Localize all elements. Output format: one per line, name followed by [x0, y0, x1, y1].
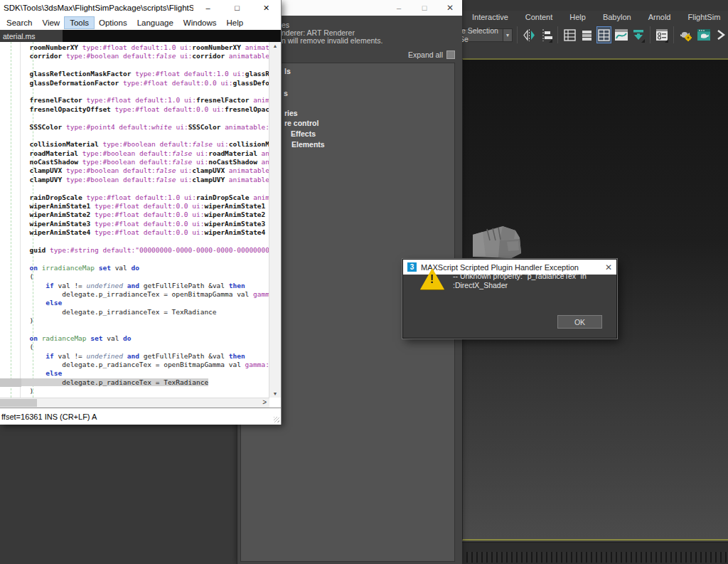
expand-all-checkbox[interactable]	[446, 50, 455, 59]
minimize-icon[interactable]: –	[193, 0, 223, 16]
scroll-up-icon[interactable]: ▲	[269, 43, 281, 48]
code-line[interactable]	[21, 255, 269, 263]
minimize-icon[interactable]: –	[394, 4, 404, 12]
code-line[interactable]: (	[21, 343, 269, 351]
maximize-icon[interactable]: □	[419, 4, 429, 12]
render-setup-teapot-icon[interactable]	[678, 26, 694, 43]
code-line[interactable]: on irradianceMap set val do	[21, 264, 269, 272]
editor-titlebar[interactable]: SDK\Tools\3dsMax\FlightSimPackage\script…	[0, 0, 281, 16]
selection-set-dropdown[interactable]: te Selection Se ▾	[456, 28, 513, 42]
code-line[interactable]: delegate.p_irradianceTex = TexRadiance	[21, 308, 269, 316]
code-line[interactable]: clampUVY type:#boolean default:false ui:…	[21, 176, 269, 184]
vertical-scrollbar[interactable]: ▲ ▼	[269, 42, 281, 398]
code-line[interactable]: delegate.p_irradianceTex = openBitmapGam…	[21, 290, 269, 299]
code-line[interactable]: if val != undefined and getFullFilePath …	[21, 282, 269, 290]
close-icon[interactable]: ✕	[252, 0, 281, 16]
align-icon[interactable]	[539, 26, 553, 43]
code-line[interactable]: rainDropScale type:#float default:1.0 ui…	[21, 193, 269, 202]
code-line[interactable]	[21, 184, 269, 193]
code-line[interactable]: roadMaterial type:#boolean default:false…	[21, 149, 269, 158]
code-line[interactable]	[21, 238, 269, 246]
scroll-down-icon[interactable]: ▼	[269, 391, 281, 396]
conversion-section-label[interactable]: ls	[284, 67, 291, 75]
code-line[interactable]: guid type:#string default:"00000000-0000…	[21, 246, 269, 255]
curve-editor-icon[interactable]	[614, 26, 628, 43]
rendered-frame-icon[interactable]	[697, 26, 711, 43]
code-line[interactable]: (	[21, 272, 269, 281]
max-title-strip	[448, 0, 728, 11]
max-menu-item-flightsim[interactable]: FlightSim	[687, 13, 720, 21]
layer-manager-icon[interactable]	[562, 26, 577, 43]
max-menubar: InteractiveContentHelpBabylonArnoldFligh…	[464, 11, 728, 23]
code-line[interactable]: fresnelOpacityOffset type:#float default…	[21, 105, 269, 114]
converter-header-line: n will remove invalid elements.	[282, 37, 382, 45]
code-line[interactable]: on radianceMap set val do	[21, 334, 269, 343]
code-line[interactable]	[21, 114, 269, 122]
mirror-icon[interactable]	[522, 26, 536, 43]
menu-item-search[interactable]: Search	[1, 17, 37, 28]
chevron-down-icon[interactable]: ▾	[503, 29, 512, 41]
close-icon[interactable]: ✕	[445, 3, 455, 13]
code-line[interactable]	[21, 87, 269, 96]
toolbar-separator	[517, 26, 518, 43]
tab-flightsimmaterial[interactable]: aterial.ms	[0, 30, 63, 42]
horizontal-scrollbar[interactable]: >	[0, 398, 269, 408]
flyout-arrow-icon[interactable]	[714, 26, 728, 43]
scrollbar-thumb[interactable]	[0, 399, 37, 407]
code-line[interactable]: glassDeformationFactor type:#float defau…	[21, 79, 269, 87]
exception-dialog: 3 MAXScript Scripted Plugin Handler Exce…	[402, 259, 617, 339]
code-line[interactable]: )	[21, 316, 269, 325]
menu-item-language[interactable]: Language	[132, 17, 178, 28]
code-line[interactable]: collisionMaterial type:#boolean default:…	[21, 140, 269, 149]
conversion-section-label[interactable]: ries	[284, 109, 298, 117]
code-line[interactable]: roomNumberXY type:#float default:1.0 ui:…	[21, 43, 269, 52]
code-line[interactable]: clampUVX type:#boolean default:false ui:…	[21, 166, 269, 175]
render-setup-icon[interactable]	[655, 26, 669, 43]
code-line[interactable]: noCastShadow type:#boolean default:false…	[21, 158, 269, 166]
code-line[interactable]	[21, 326, 269, 334]
ribbon-toggle-icon[interactable]	[596, 26, 611, 43]
code-line[interactable]	[21, 132, 269, 140]
3dsmax-logo-icon: 3	[407, 262, 417, 272]
code-line[interactable]: wiperAnimState1 type:#float default:0.0 …	[21, 202, 269, 211]
code-line[interactable]: delegate.p_radianceTex = TexRadiance	[21, 378, 269, 387]
scroll-right-icon[interactable]: >	[262, 398, 267, 406]
close-icon[interactable]: ✕	[605, 262, 612, 272]
menu-item-view[interactable]: View	[37, 17, 65, 28]
maximize-icon[interactable]: □	[223, 0, 252, 16]
menu-item-options[interactable]: Options	[94, 17, 132, 28]
code-line[interactable]: else	[21, 369, 269, 378]
max-menu-item-arnold[interactable]: Arnold	[648, 13, 671, 21]
code-line[interactable]: fresnelFactor type:#float default:1.0 ui…	[21, 96, 269, 105]
conversion-section-label[interactable]: Effects	[291, 129, 316, 138]
timeline-trackbar[interactable]	[462, 542, 728, 564]
code-line[interactable]: SSSColor type:#point4 default:white ui:S…	[21, 123, 269, 132]
max-menu-item-babylon[interactable]: Babylon	[603, 13, 631, 21]
menu-item-windows[interactable]: Windows	[178, 17, 222, 28]
resize-grip[interactable]	[274, 417, 279, 422]
max-menu-item-help[interactable]: Help	[569, 13, 586, 21]
code-line[interactable]: if val != undefined and getFullFilePath …	[21, 352, 269, 361]
conversion-section-label[interactable]: Elements	[291, 140, 325, 149]
scene-explorer-icon[interactable]	[579, 26, 594, 43]
schematic-view-icon[interactable]	[631, 26, 646, 43]
conversion-section-label[interactable]: re control	[284, 119, 318, 127]
max-menu-item-content[interactable]: Content	[525, 13, 553, 21]
code-line[interactable]	[21, 61, 269, 70]
warning-icon	[420, 268, 444, 289]
code-editor-area[interactable]: roomNumberXY type:#float default:1.0 ui:…	[0, 42, 269, 398]
code-line[interactable]: wiperAnimState2 type:#float default:0.0 …	[21, 211, 269, 219]
code-line[interactable]: corridor type:#boolean default:false ui:…	[21, 52, 269, 60]
code-line[interactable]: else	[21, 299, 269, 307]
code-line[interactable]: )	[21, 387, 269, 395]
menu-item-tools[interactable]: Tools	[65, 17, 94, 28]
max-menu-item-interactive[interactable]: Interactive	[472, 13, 508, 21]
code-line[interactable]: glassReflectionMaskFactor type:#float de…	[21, 70, 269, 78]
ok-button[interactable]: OK	[557, 315, 602, 329]
code-line[interactable]: delegate.p_radianceTex = openBitmapGamma…	[21, 361, 269, 369]
menu-item-help[interactable]: Help	[221, 17, 248, 28]
maxscript-editor-window: SDK\Tools\3dsMax\FlightSimPackage\script…	[0, 0, 282, 425]
conversion-section-label[interactable]: s	[284, 89, 288, 97]
code-line[interactable]: wiperAnimState4 type:#float default:0.0 …	[21, 228, 269, 237]
code-line[interactable]: wiperAnimState3 type:#float default:0.0 …	[21, 220, 269, 228]
